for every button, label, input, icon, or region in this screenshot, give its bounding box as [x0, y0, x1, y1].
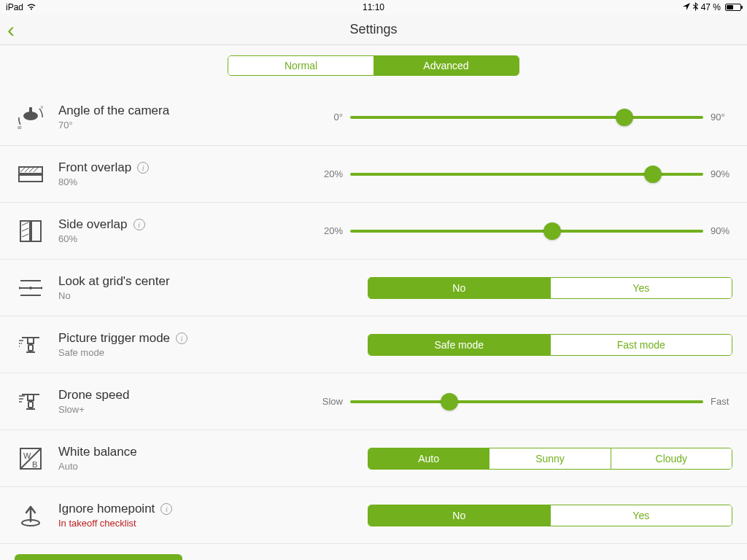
seg-option[interactable]: Yes	[550, 278, 732, 298]
slider-min-label: 20%	[321, 168, 350, 179]
svg-text:B: B	[32, 460, 37, 469]
status-bar: iPad 11:10 47 %	[0, 0, 747, 15]
seg-option[interactable]: Sunny	[489, 448, 610, 469]
row-look-at-center: Look at grid's center No NoYes	[0, 260, 747, 316]
nav-bar: ‹ Settings	[0, 15, 747, 45]
row-value: In takeoff checklist	[58, 518, 321, 529]
svg-rect-4	[19, 175, 42, 182]
front-overlap-slider[interactable]: 20% 90%	[321, 168, 732, 179]
seg-option[interactable]: Yes	[550, 505, 732, 526]
row-title: White balance	[58, 445, 137, 459]
slider-max-label: 90°	[703, 112, 732, 122]
row-title: Drone speed	[58, 388, 129, 402]
clock: 11:10	[363, 2, 384, 12]
svg-text:90: 90	[18, 125, 22, 130]
white-balance-segmented: AutoSunnyCloudy	[368, 448, 732, 470]
svg-rect-27	[28, 402, 33, 408]
row-side-overlap: Side overlap i 60% 20% 90%	[0, 203, 747, 260]
row-value: No	[58, 290, 321, 301]
row-value: 60%	[58, 233, 321, 244]
look-at-center-segmented: NoYes	[368, 277, 732, 299]
slider-max-label: 90%	[703, 225, 732, 236]
row-front-overlap: Front overlap i 80% 20% 90%	[0, 146, 747, 203]
info-icon[interactable]: i	[160, 503, 172, 515]
camera-angle-icon: 090	[15, 101, 47, 133]
row-white-balance: WB White balance Auto AutoSunnyCloudy	[0, 430, 747, 487]
drone-speed-slider[interactable]: Slow Fast	[321, 396, 732, 407]
svg-line-5	[20, 168, 25, 172]
info-icon[interactable]: i	[133, 219, 145, 230]
battery-text: 47 %	[701, 2, 721, 12]
row-title: Side overlap	[58, 217, 128, 232]
svg-rect-26	[28, 394, 34, 400]
row-title: Look at grid's center	[58, 274, 170, 289]
drone-speed-icon	[15, 386, 47, 418]
slider-min-label: Slow	[321, 396, 350, 407]
side-overlap-icon	[15, 215, 47, 247]
bottom-action-button[interactable]	[15, 554, 182, 560]
row-camera-angle: 090 Angle of the camera 70° 0° 90°	[0, 89, 747, 146]
row-value: 80%	[58, 176, 321, 187]
row-title: Angle of the camera	[58, 104, 169, 118]
slider-max-label: 90%	[703, 168, 732, 179]
battery-icon	[725, 4, 741, 11]
row-drone-speed: Drone speed Slow+ Slow Fast	[0, 373, 747, 430]
svg-line-13	[22, 234, 28, 237]
svg-line-6	[25, 168, 29, 172]
row-picture-trigger: Picture trigger mode i Safe mode Safe mo…	[0, 316, 747, 373]
drone-trigger-icon	[15, 329, 47, 361]
svg-line-12	[22, 228, 28, 231]
svg-rect-10	[31, 221, 41, 241]
white-balance-icon: WB	[15, 443, 47, 475]
info-icon[interactable]: i	[176, 332, 187, 344]
row-value: 70°	[58, 120, 321, 131]
seg-option[interactable]: No	[368, 278, 550, 298]
tab-normal[interactable]: Normal	[228, 56, 374, 75]
seg-option[interactable]: Safe mode	[368, 335, 550, 355]
row-title: Ignore homepoint	[58, 502, 155, 516]
row-title: Picture trigger mode	[58, 331, 170, 346]
ignore-homepoint-segmented: NoYes	[368, 505, 732, 526]
seg-option[interactable]: No	[368, 505, 550, 526]
camera-angle-slider[interactable]: 0° 90°	[321, 112, 732, 122]
tab-advanced[interactable]: Advanced	[374, 56, 519, 75]
row-title: Front overlap	[58, 160, 131, 175]
row-value: Slow+	[58, 404, 321, 415]
mode-tabs-container: Normal Advanced	[0, 45, 747, 89]
row-value: Auto	[58, 461, 321, 472]
homepoint-icon	[15, 499, 47, 532]
back-button[interactable]: ‹	[7, 19, 15, 41]
settings-list: 090 Angle of the camera 70° 0° 90° Front…	[0, 89, 747, 544]
page-title: Settings	[349, 22, 397, 37]
svg-point-17	[29, 287, 32, 289]
svg-rect-20	[28, 345, 33, 351]
mode-tabs: Normal Advanced	[228, 55, 519, 76]
slider-min-label: 0°	[321, 112, 350, 122]
svg-line-7	[29, 168, 34, 172]
svg-line-8	[34, 168, 38, 172]
svg-rect-0	[29, 107, 32, 114]
wifi-icon	[26, 2, 36, 12]
seg-option[interactable]: Auto	[368, 448, 489, 469]
location-icon	[683, 2, 690, 12]
device-label: iPad	[6, 2, 23, 12]
slider-max-label: Fast	[703, 396, 732, 407]
svg-text:W: W	[23, 451, 31, 460]
row-value: Safe mode	[58, 347, 321, 358]
side-overlap-slider[interactable]: 20% 90%	[321, 225, 732, 236]
bluetooth-icon	[693, 2, 698, 13]
front-overlap-icon	[15, 158, 47, 190]
seg-option[interactable]: Cloudy	[611, 448, 732, 469]
grid-center-icon	[15, 272, 47, 304]
svg-line-11	[22, 222, 28, 225]
slider-min-label: 20%	[321, 225, 350, 236]
svg-rect-19	[28, 338, 34, 343]
row-ignore-homepoint: Ignore homepoint i In takeoff checklist …	[0, 487, 747, 544]
info-icon[interactable]: i	[137, 162, 149, 174]
svg-text:0: 0	[41, 105, 43, 109]
picture-trigger-segmented: Safe modeFast mode	[368, 334, 732, 356]
seg-option[interactable]: Fast mode	[550, 335, 732, 355]
